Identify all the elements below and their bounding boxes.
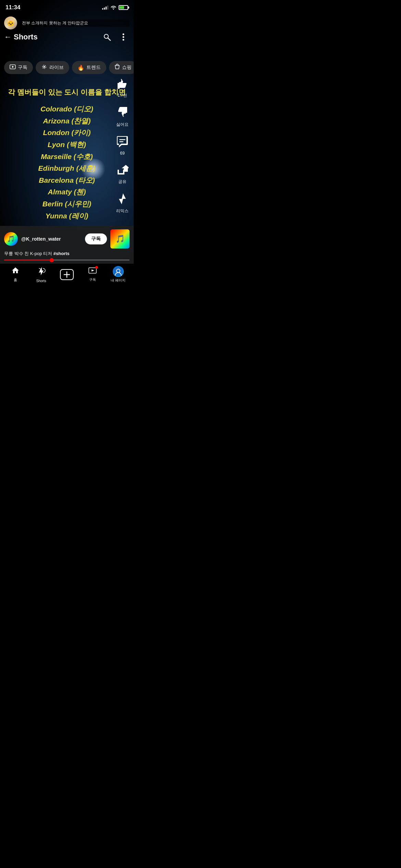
nav-add[interactable] [54,269,80,280]
svg-marker-11 [119,193,126,204]
list-item: Yunna (레이) [7,210,127,222]
share-label: 공유 [118,179,126,185]
subscribe-button[interactable]: 구독 [85,233,107,244]
like-icon [116,77,129,89]
subscriptions-icon [10,64,16,71]
svg-point-2 [123,34,124,35]
channel-avatar: 🎵 [4,232,18,246]
svg-marker-6 [12,66,14,68]
tab-trending-label: 트렌드 [86,64,101,71]
banner-text: 전부 소개하지 못하는 게 안타깝군요 [20,20,130,27]
nav-profile[interactable]: 내 페이지 [105,266,131,283]
shorts-back-button[interactable]: ← Shorts [4,33,38,41]
svg-line-1 [108,38,110,40]
list-item: Marseille (수호) [7,151,127,163]
more-options-button[interactable] [117,31,130,43]
video-description: 무릎 박수 친 K-pop 티저 #shorts [4,251,130,257]
nav-subscriptions[interactable]: 구독 [80,267,105,282]
content-list: 각 멤버들이 있는 도시 이름을 합치면 Colorado (디오) Arizo… [0,81,134,229]
svg-rect-9 [119,139,125,140]
side-actions: 1.7천 싫어요 69 공유 [114,75,130,214]
share-icon [116,164,129,176]
list-item: Berlin (시우민) [7,198,127,210]
channel-handle: @K_rotten_water [21,236,82,242]
tab-shopping[interactable]: 쇼핑 [109,61,134,74]
list-item: Edinburgh (세훈) [7,162,127,174]
home-label: 홈 [14,278,17,282]
progress-fill [4,260,52,261]
channel-banner: 🐱 전부 소개하지 못하는 게 안타깝군요 [4,16,130,29]
like-button[interactable]: 1.7천 [114,75,130,98]
back-arrow-icon[interactable]: ← [4,33,12,41]
remix-icon [116,193,129,205]
city-list: Colorado (디오) Arizona (찬열) London (카이) L… [7,103,127,222]
progress-dot [50,258,54,262]
dislike-label: 싫어요 [116,122,129,128]
comment-icon [116,135,129,148]
bottom-nav: 홈 Shorts 구독 [0,263,134,289]
remix-button[interactable]: 리믹스 [114,191,130,214]
shorts-icon [36,266,46,278]
share-button[interactable]: 공유 [114,162,130,185]
header-icons [101,31,130,43]
dislike-button[interactable]: 싫어요 [114,105,130,128]
wifi-icon [110,5,117,11]
shorts-label: Shorts [36,279,46,283]
header: 🐱 전부 소개하지 못하는 게 안타깝군요 ← Shorts [0,15,134,45]
shopping-icon [114,64,120,71]
status-time: 11:34 [5,4,20,11]
status-bar: 11:34 [0,0,134,15]
tab-live[interactable]: 라이브 [36,61,69,74]
svg-marker-13 [92,269,94,272]
content-question: 각 멤버들이 있는 도시 이름을 합치면 [7,87,127,97]
comment-count: 69 [120,151,124,156]
subscriptions-nav-label: 구독 [89,277,96,282]
add-icon[interactable] [60,269,74,280]
list-item: Lyon (백현) [7,139,127,151]
profile-label: 내 페이지 [111,278,125,283]
subscriptions-nav-icon [88,267,97,276]
remix-label: 리믹스 [116,208,129,214]
signal-icon [102,5,108,10]
live-icon [41,64,47,71]
svg-point-4 [123,39,124,41]
svg-point-7 [44,66,45,68]
channel-row: 🎵 @K_rotten_water 구독 🎵 [4,229,130,249]
status-icons [102,5,128,11]
list-item: Colorado (디오) [7,103,127,115]
header-nav: ← Shorts [4,31,130,43]
tab-shopping-label: 쇼핑 [122,64,132,71]
svg-point-3 [123,36,124,38]
shorts-title: Shorts [14,33,38,41]
nav-home[interactable]: 홈 [3,266,28,282]
home-icon [11,266,20,277]
dislike-icon [116,106,129,119]
tab-subscriptions[interactable]: 구독 [4,61,33,74]
notification-dot [95,266,98,269]
progress-bar[interactable] [4,260,130,261]
tab-trending[interactable]: 🔥 트렌드 [72,61,106,74]
tab-live-label: 라이브 [49,64,64,71]
nav-shorts[interactable]: Shorts [28,266,54,283]
like-count: 1.7천 [118,93,127,98]
list-item: London (카이) [7,127,127,139]
svg-point-14 [113,267,123,276]
svg-rect-10 [119,141,123,142]
tab-subscriptions-label: 구독 [18,64,27,71]
list-item: Barcelona (타오) [7,174,127,186]
list-item: Arizona (찬열) [7,115,127,127]
filter-tabs: 구독 라이브 🔥 트렌드 쇼핑 [0,61,134,74]
battery-icon [119,5,128,10]
comment-button[interactable]: 69 [114,134,130,156]
list-item: Almaty (첸) [7,186,127,198]
hashtag: #shorts [53,251,70,256]
channel-avatar-top: 🐱 [4,16,17,29]
search-button[interactable] [101,31,113,43]
trending-icon: 🔥 [77,64,84,71]
bottom-info-bar: 🎵 @K_rotten_water 구독 🎵 무릎 박수 친 K-pop 티저 … [0,226,134,263]
profile-icon [113,266,124,277]
thumbnail-mini: 🎵 [110,229,130,249]
